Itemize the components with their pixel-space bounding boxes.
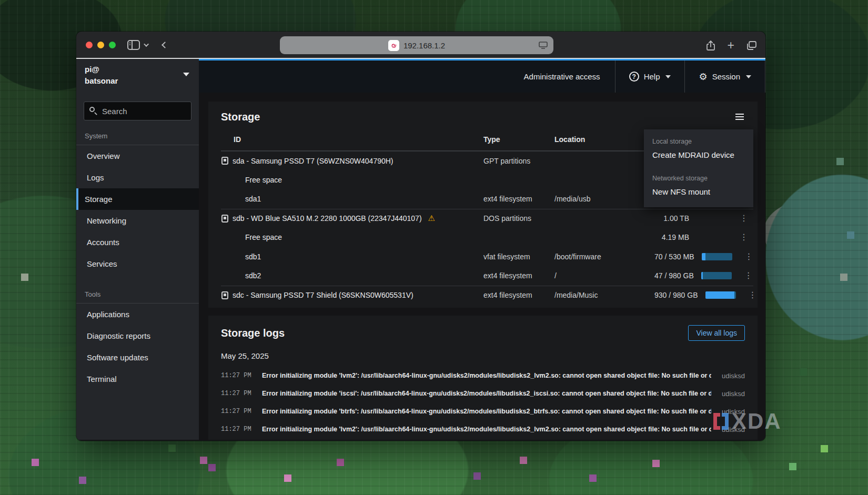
sidebar-item-diagnostic-reports[interactable]: Diagnostic reports [76, 325, 199, 347]
storage-card: Storage ID Type Location sda - Samsung P… [208, 102, 758, 308]
url-bar[interactable]: 192.168.1.2 [280, 36, 553, 54]
administrative-access-label[interactable]: Administrative access [524, 72, 600, 81]
kebab-menu-button[interactable]: ⋮ [739, 271, 758, 280]
storage-logs-title: Storage logs [221, 327, 285, 339]
table-row-sdb-free[interactable]: Free space 4.19 MB ⋮ [221, 228, 753, 247]
column-location: Location [554, 135, 654, 144]
browser-window: 192.168.1.2 + pi@ batsonar [76, 32, 765, 441]
zoom-window-button[interactable] [109, 42, 116, 48]
table-row-sdb[interactable]: sdb - WD Blue SA510 M.2 2280 1000GB (223… [221, 209, 753, 228]
sidebar-item-storage[interactable]: Storage [76, 188, 199, 210]
help-menu-button[interactable]: ? Help [615, 60, 685, 93]
storage-title: Storage [221, 111, 260, 123]
kebab-menu-button[interactable]: ⋮ [740, 252, 759, 261]
new-tab-icon[interactable]: + [728, 39, 734, 52]
sidebar-item-accounts[interactable]: Accounts [76, 231, 199, 253]
cockpit-app: pi@ batsonar System Overview Logs Storag… [76, 59, 765, 440]
help-icon: ? [629, 72, 639, 82]
user-menu-chevron-icon [183, 73, 189, 76]
user-name-bottom: batsonar [85, 75, 190, 87]
user-menu[interactable]: pi@ batsonar [76, 59, 199, 91]
menu-group-local-storage: Local storage [644, 135, 753, 147]
search-container [84, 102, 191, 120]
search-input[interactable] [84, 102, 191, 120]
log-entry[interactable]: 11:27 PM Error initializing module 'lvm2… [221, 420, 745, 438]
sidebar: pi@ batsonar System Overview Logs Storag… [76, 59, 199, 440]
sidebar-menu-chevron-icon[interactable] [144, 42, 149, 47]
content-scroll-area[interactable]: Storage ID Type Location sda - Samsung P… [199, 93, 765, 440]
column-type: Type [483, 135, 554, 144]
back-button-icon[interactable] [162, 42, 168, 48]
sidebar-item-networking[interactable]: Networking [76, 210, 199, 231]
tab-overview-icon[interactable] [746, 41, 757, 50]
storage-actions-menu-button[interactable] [734, 110, 745, 124]
search-icon [89, 107, 95, 112]
usage-bar [705, 291, 736, 299]
main-area: Administrative access ? Help ⚙ Session S… [199, 59, 765, 440]
nav-section-system: System [76, 132, 199, 145]
page-format-icon[interactable] [538, 41, 548, 52]
xda-watermark: XDA [713, 410, 782, 432]
menu-group-networked-storage: Networked storage [644, 171, 753, 184]
session-menu-button[interactable]: ⚙ Session [684, 60, 765, 93]
debian-favicon [388, 40, 399, 51]
storage-logs-card: Storage logs View all logs May 25, 2025 … [208, 316, 758, 440]
warning-icon: ⚠ [428, 214, 435, 223]
sidebar-item-applications[interactable]: Applications [76, 304, 199, 325]
browser-titlebar: 192.168.1.2 + [76, 32, 765, 59]
masthead: Administrative access ? Help ⚙ Session [199, 60, 765, 93]
sidebar-item-logs[interactable]: Logs [76, 167, 199, 188]
drive-icon [221, 291, 228, 299]
xda-bracket-left-icon [713, 413, 720, 430]
sidebar-item-terminal[interactable]: Terminal [76, 368, 199, 390]
titlebar-right-actions: + [705, 32, 757, 59]
sidebar-item-overview[interactable]: Overview [76, 145, 199, 167]
kebab-menu-button[interactable]: ⋮ [734, 214, 753, 223]
minimize-window-button[interactable] [97, 42, 104, 48]
storage-actions-dropdown: Local storage Create MDRAID device Netwo… [644, 129, 753, 207]
sidebar-item-software-updates[interactable]: Software updates [76, 347, 199, 368]
view-all-logs-button[interactable]: View all logs [688, 325, 745, 341]
user-name-top: pi@ [85, 64, 190, 75]
drive-icon [221, 157, 228, 165]
sidebar-item-services[interactable]: Services [76, 253, 199, 275]
close-window-button[interactable] [86, 42, 93, 48]
table-row-sdb1[interactable]: sdb1 vfat filesystem /boot/firmware 70 /… [221, 247, 753, 267]
nav-section-tools: Tools [76, 290, 199, 304]
background-pixels [0, 0, 7, 7]
log-entry[interactable]: 11:27 PM Error initializing module 'iscs… [221, 385, 745, 402]
usage-bar [702, 253, 732, 260]
drive-icon [221, 215, 228, 223]
share-icon[interactable] [705, 39, 716, 51]
sidebar-toggle-icon[interactable] [127, 40, 140, 50]
kebab-menu-button[interactable]: ⋮ [734, 233, 753, 241]
chevron-down-icon [746, 75, 751, 78]
traffic-lights [86, 42, 116, 48]
xda-bracket-right-icon [722, 413, 729, 430]
menu-item-new-nfs-mount[interactable]: New NFS mount [644, 184, 753, 201]
chevron-down-icon [665, 75, 671, 78]
log-entry[interactable]: 11:27 PM Error initializing module 'btrf… [221, 402, 745, 420]
log-entry[interactable]: 11:27 PM Error initializing module 'lvm2… [221, 367, 745, 385]
table-row-sdb2[interactable]: sdb2 ext4 filesystem / 47 / 980 GB ⋮ [221, 266, 753, 286]
usage-bar [701, 272, 732, 279]
menu-item-create-mdraid[interactable]: Create MDRAID device [644, 147, 753, 164]
log-date: May 25, 2025 [221, 351, 745, 360]
gear-icon: ⚙ [699, 72, 707, 82]
column-id: ID [221, 135, 483, 144]
kebab-menu-button[interactable]: ⋮ [743, 291, 762, 299]
url-text: 192.168.1.2 [403, 41, 445, 50]
table-row-sdc[interactable]: sdc - Samsung PSSD T7 Shield (S6SKNS0W60… [221, 286, 753, 305]
